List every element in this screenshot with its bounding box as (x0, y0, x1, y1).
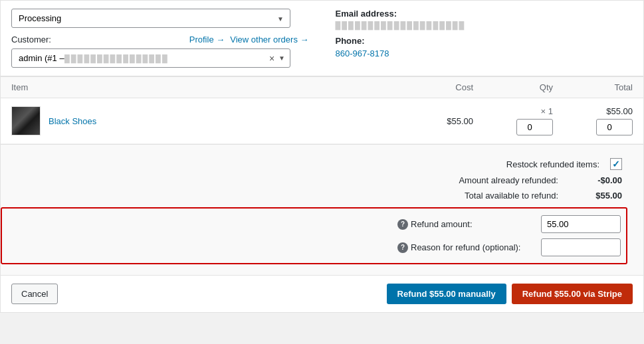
status-select-wrapper: Processing Pending payment On hold Compl… (11, 9, 290, 28)
refund-highlight-box: ? Refund amount: ? Reason for refund (op… (1, 207, 627, 264)
refund-summary-section: Restock refunded items: ✓ Amount already… (1, 144, 643, 275)
status-select[interactable]: Processing Pending payment On hold Compl… (11, 9, 290, 28)
item-cell: Black Shoes (11, 106, 407, 135)
refund-amount-label-wrapper: ? Refund amount: (397, 219, 530, 230)
phone-label: Phone: (336, 36, 633, 46)
col-cost-header: Cost (407, 82, 473, 92)
refund-reason-help-icon[interactable]: ? (397, 242, 408, 253)
customer-links: Profile → View other orders → (189, 35, 309, 44)
cost-cell: $55.00 (407, 116, 473, 126)
email-section: Email address: ████████████████████ (336, 9, 633, 29)
customer-clear-button[interactable]: × (269, 53, 274, 64)
customer-select-wrapper: ████████████████ × ▼ (11, 48, 290, 68)
view-other-orders-link[interactable]: View other orders → (230, 35, 308, 44)
refund-amount-label: Refund amount: (411, 219, 473, 229)
item-name-link[interactable]: Black Shoes (49, 116, 96, 126)
customer-row: Customer: Profile → View other orders → (11, 35, 309, 44)
customer-label: Customer: (11, 35, 51, 44)
refund-amount-row: ? Refund amount: (7, 213, 621, 236)
footer: Cancel Refund $55.00 manually Refund $55… (1, 275, 643, 312)
email-value: ████████████████████ (336, 21, 633, 29)
total-value: $55.00 (606, 106, 633, 116)
restock-row: Restock refunded items: ✓ (1, 155, 633, 173)
total-input[interactable] (596, 119, 633, 135)
total-available-row: Total available to refund: $55.00 (1, 188, 633, 203)
profile-link[interactable]: Profile → (189, 35, 225, 44)
phone-section: Phone: 860-967-8178 (336, 36, 633, 58)
qty-multiplier: × 1 (541, 106, 553, 116)
col-item-header: Item (11, 82, 407, 92)
qty-input[interactable] (516, 119, 553, 135)
refund-reason-input[interactable] (541, 238, 621, 256)
restock-checkbox[interactable]: ✓ (610, 158, 622, 170)
cancel-button[interactable]: Cancel (11, 284, 58, 304)
col-total-header: Total (553, 82, 633, 92)
customer-dropdown-icon[interactable]: ▼ (278, 54, 285, 62)
table-row: Black Shoes $55.00 × 1 $55.00 (1, 98, 643, 144)
amount-refunded-row: Amount already refunded: -$0.00 (1, 173, 633, 188)
item-thumbnail-image (12, 107, 40, 135)
col-qty-header: Qty (473, 82, 553, 92)
amount-refunded-label: Amount already refunded: (425, 175, 558, 185)
amount-refunded-value: -$0.00 (569, 175, 622, 185)
qty-cell: × 1 (473, 106, 553, 135)
total-available-label: Total available to refund: (425, 191, 558, 201)
order-table: Item Cost Qty Total Black Shoes $55.00 ×… (1, 76, 643, 144)
refund-reason-label: Reason for refund (optional): (411, 242, 520, 252)
item-thumbnail (11, 106, 41, 135)
customer-select-actions: × ▼ (269, 53, 285, 64)
refund-manually-button[interactable]: Refund $55.00 manually (387, 284, 506, 304)
total-available-value: $55.00 (569, 191, 622, 201)
customer-input[interactable] (11, 48, 290, 68)
email-label: Email address: (336, 9, 633, 19)
refund-reason-row: ? Reason for refund (optional): (7, 236, 621, 259)
phone-value[interactable]: 860-967-8178 (336, 48, 389, 58)
total-cell: $55.00 (553, 106, 633, 135)
check-mark-icon: ✓ (612, 159, 620, 169)
contact-section: Email address: ████████████████████ Phon… (336, 9, 633, 68)
refund-amount-help-icon[interactable]: ? (397, 219, 408, 230)
refund-buttons: Refund $55.00 manually Refund $55.00 via… (387, 284, 633, 304)
refund-amount-input[interactable] (541, 215, 621, 233)
table-header: Item Cost Qty Total (1, 77, 643, 98)
restock-label: Restock refunded items: (467, 159, 599, 169)
refund-reason-label-wrapper: ? Reason for refund (optional): (397, 242, 530, 253)
refund-via-stripe-button[interactable]: Refund $55.00 via Stripe (512, 284, 633, 304)
